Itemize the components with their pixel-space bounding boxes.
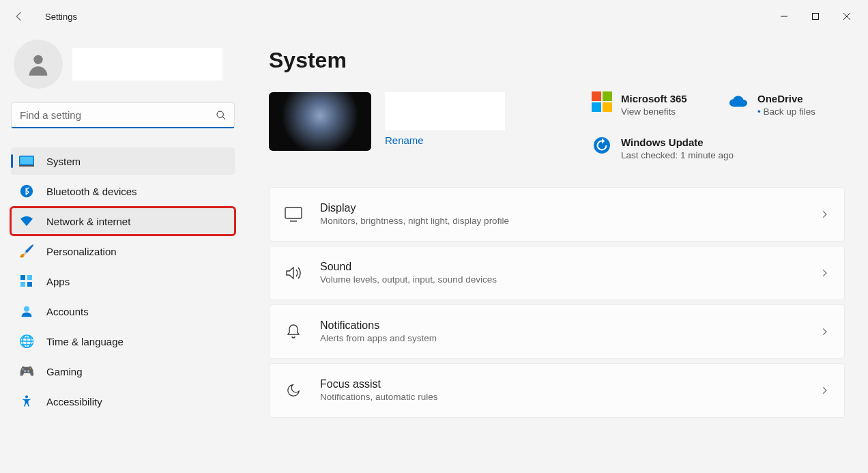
microsoft-365-icon <box>592 92 611 111</box>
quick-sub: Last checked: 1 minute ago <box>621 149 734 162</box>
main-content: System Rename Microsoft 365View benefits… <box>246 33 868 473</box>
nav-list: System Bluetooth & devices Network & int… <box>11 147 235 415</box>
quick-m365[interactable]: Microsoft 365View benefits <box>592 92 722 118</box>
chevron-right-icon <box>820 386 829 395</box>
moon-icon <box>285 382 302 399</box>
quick-windows-update[interactable]: Windows UpdateLast checked: 1 minute ago <box>592 136 845 162</box>
update-icon <box>592 136 611 155</box>
rename-link[interactable]: Rename <box>385 134 505 146</box>
sound-icon <box>285 264 302 282</box>
back-button[interactable] <box>5 3 33 30</box>
svg-point-13 <box>24 306 29 312</box>
search-input[interactable] <box>11 102 235 128</box>
svg-rect-9 <box>20 275 25 280</box>
nav-gaming[interactable]: 🎮 Gaming <box>11 358 235 385</box>
close-button[interactable] <box>831 3 863 30</box>
nav-label: System <box>46 156 81 167</box>
quick-sub: Back up files <box>757 106 815 119</box>
nav-personalization[interactable]: 🖌️ Personalization <box>11 238 235 265</box>
chevron-right-icon <box>820 210 829 219</box>
quick-title: Windows Update <box>621 136 734 149</box>
accounts-icon <box>19 304 34 319</box>
svg-point-2 <box>33 55 42 64</box>
nav-bluetooth[interactable]: Bluetooth & devices <box>11 177 235 205</box>
quick-links: Microsoft 365View benefits OneDriveBack … <box>592 92 845 162</box>
sidebar: System Bluetooth & devices Network & int… <box>0 33 246 473</box>
nav-label: Bluetooth & devices <box>46 186 137 197</box>
svg-rect-16 <box>285 207 302 218</box>
brush-icon: 🖌️ <box>19 244 34 259</box>
nav-label: Time & language <box>46 336 124 347</box>
system-icon <box>19 154 34 169</box>
nav-label: Network & internet <box>46 216 130 227</box>
maximize-icon <box>811 12 820 20</box>
avatar <box>14 40 63 89</box>
quick-sub: View benefits <box>621 106 687 119</box>
chevron-right-icon <box>820 327 829 336</box>
profile-block[interactable] <box>11 40 235 89</box>
setting-title: Focus assist <box>320 378 820 390</box>
gaming-icon: 🎮 <box>19 364 34 379</box>
globe-icon: 🌐 <box>19 334 34 349</box>
svg-rect-7 <box>19 165 34 167</box>
close-icon <box>843 12 851 20</box>
svg-rect-6 <box>20 157 33 164</box>
bell-icon <box>285 323 302 341</box>
nav-accounts[interactable]: Accounts <box>11 298 235 325</box>
device-name-placeholder <box>385 92 505 130</box>
svg-rect-12 <box>27 282 32 287</box>
arrow-left-icon <box>13 10 25 23</box>
setting-focus-assist[interactable]: Focus assistNotifications, automatic rul… <box>269 363 845 418</box>
setting-title: Display <box>320 202 820 214</box>
app-title: Settings <box>45 12 77 22</box>
nav-label: Accessibility <box>46 396 102 407</box>
minimize-icon <box>780 12 788 20</box>
display-icon <box>285 205 302 223</box>
page-title: System <box>269 48 845 73</box>
setting-sub: Notifications, automatic rules <box>320 392 820 402</box>
quick-onedrive[interactable]: OneDriveBack up files <box>729 92 845 118</box>
setting-display[interactable]: DisplayMonitors, brightness, night light… <box>269 187 845 242</box>
setting-sound[interactable]: SoundVolume levels, output, input, sound… <box>269 246 845 300</box>
svg-rect-11 <box>20 282 25 287</box>
quick-title: OneDrive <box>757 92 815 106</box>
setting-sub: Volume levels, output, input, sound devi… <box>320 274 820 285</box>
bluetooth-icon <box>19 184 34 199</box>
setting-title: Sound <box>320 261 820 273</box>
title-bar: Settings <box>0 0 868 33</box>
nav-label: Personalization <box>46 246 117 257</box>
quick-title: Microsoft 365 <box>621 92 687 106</box>
setting-sub: Monitors, brightness, night light, displ… <box>320 216 820 226</box>
nav-network[interactable]: Network & internet <box>11 207 235 235</box>
setting-sub: Alerts from apps and system <box>320 333 820 343</box>
setting-notifications[interactable]: NotificationsAlerts from apps and system <box>269 304 845 359</box>
nav-label: Accounts <box>46 306 89 317</box>
accessibility-icon <box>19 394 34 409</box>
nav-system[interactable]: System <box>11 147 235 175</box>
nav-apps[interactable]: Apps <box>11 268 235 295</box>
wallpaper-thumb[interactable] <box>269 92 371 151</box>
top-cards: Rename Microsoft 365View benefits OneDri… <box>269 92 845 162</box>
onedrive-icon <box>729 92 748 111</box>
device-block: Rename <box>269 92 505 151</box>
svg-rect-1 <box>813 14 819 20</box>
profile-name-placeholder <box>72 48 222 81</box>
nav-accessibility[interactable]: Accessibility <box>11 388 235 415</box>
setting-list: DisplayMonitors, brightness, night light… <box>269 187 845 418</box>
apps-icon <box>19 274 34 289</box>
search-wrap <box>11 102 235 128</box>
wifi-icon <box>19 214 34 229</box>
chevron-right-icon <box>820 268 829 278</box>
nav-time-language[interactable]: 🌐 Time & language <box>11 328 235 355</box>
minimize-button[interactable] <box>768 3 800 30</box>
svg-rect-10 <box>27 275 32 280</box>
setting-title: Notifications <box>320 319 820 332</box>
nav-label: Apps <box>46 276 70 287</box>
maximize-button[interactable] <box>800 3 831 30</box>
person-icon <box>25 51 52 78</box>
window-controls <box>768 3 863 30</box>
svg-point-8 <box>20 185 33 197</box>
svg-point-14 <box>25 395 28 398</box>
nav-label: Gaming <box>46 366 83 377</box>
